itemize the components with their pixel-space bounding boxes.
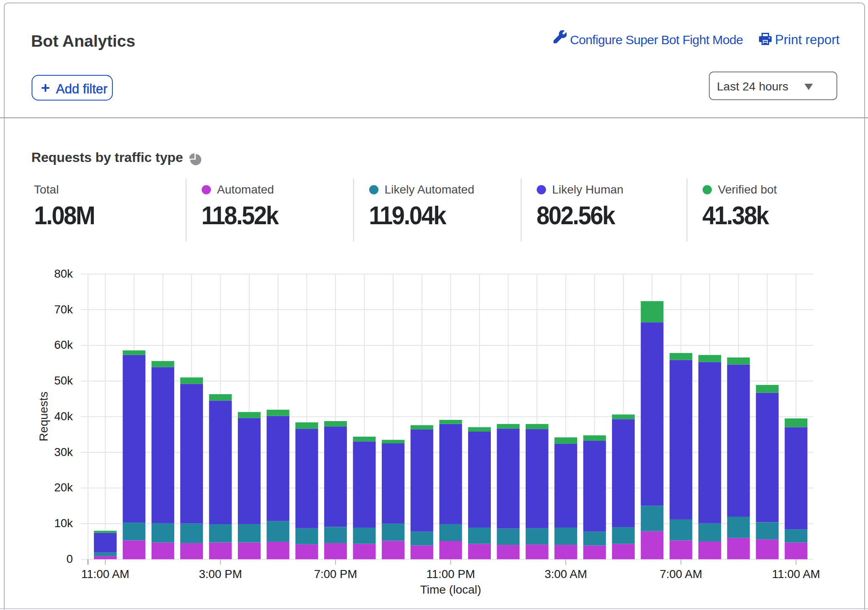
svg-text:7:00 PM: 7:00 PM	[314, 568, 357, 581]
svg-text:80k: 80k	[54, 267, 73, 280]
svg-text:60k: 60k	[54, 338, 73, 351]
svg-text:Requests: Requests	[37, 392, 50, 441]
svg-text:3:00 AM: 3:00 AM	[545, 568, 587, 581]
svg-text:7:00 AM: 7:00 AM	[660, 568, 702, 581]
svg-text:0: 0	[67, 552, 73, 565]
svg-text:11:00 AM: 11:00 AM	[81, 568, 129, 581]
svg-text:Time (local): Time (local)	[420, 583, 481, 596]
svg-text:11:00 PM: 11:00 PM	[426, 568, 475, 581]
svg-text:30k: 30k	[54, 446, 73, 459]
svg-text:10k: 10k	[54, 517, 73, 530]
svg-text:3:00 PM: 3:00 PM	[199, 568, 242, 581]
svg-text:20k: 20k	[54, 481, 73, 494]
svg-text:50k: 50k	[54, 374, 73, 387]
svg-text:11:00 AM: 11:00 AM	[772, 568, 820, 581]
svg-text:40k: 40k	[54, 410, 73, 423]
svg-text:70k: 70k	[54, 303, 73, 316]
